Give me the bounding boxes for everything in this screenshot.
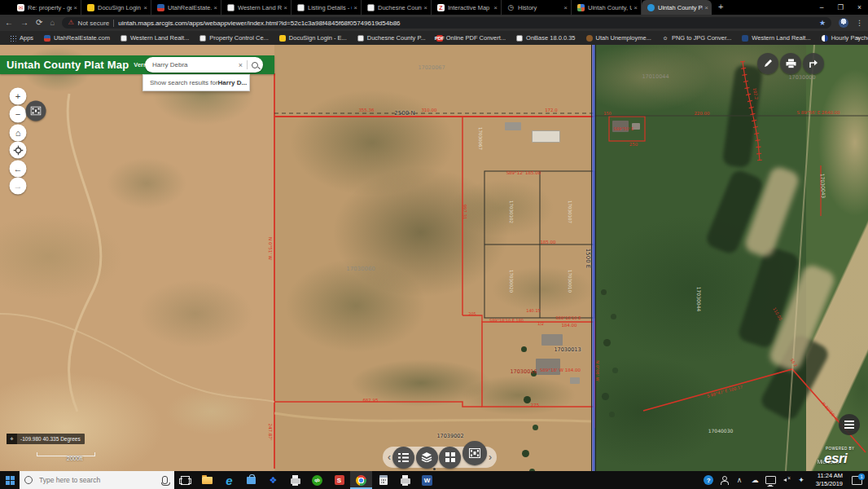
browser-tab[interactable]: ✉Re: property - gera...× <box>11 0 81 15</box>
map-label: 1/2 <box>537 321 544 326</box>
zoom-out-button[interactable]: − <box>10 106 27 123</box>
bookmark-item[interactable]: DocuSign Login - E... <box>279 34 347 42</box>
new-tab-button[interactable]: + <box>718 2 723 15</box>
basemap-toggle-button[interactable] <box>26 101 46 121</box>
search-input[interactable] <box>152 61 239 68</box>
taskbar-clock[interactable]: 11:24 AM 3/15/2019 <box>811 472 848 488</box>
forward-icon[interactable]: → <box>20 19 28 27</box>
microsoft-store-taskbar-icon[interactable] <box>240 471 262 489</box>
help-tray-icon[interactable]: ? <box>701 471 717 489</box>
building <box>532 130 560 143</box>
bookmark-item[interactable]: Western Land Realt... <box>742 34 810 42</box>
word-taskbar-icon[interactable]: W <box>416 471 438 489</box>
people-tray-icon[interactable] <box>717 471 732 489</box>
bookmark-item[interactable]: Western Land Realt... <box>121 34 189 42</box>
back-icon[interactable]: ← <box>5 19 13 27</box>
bookmark-item[interactable]: Apps <box>10 34 33 42</box>
fax-printer-taskbar-icon[interactable] <box>394 471 416 489</box>
tab-close-icon[interactable]: × <box>73 4 77 11</box>
carousel-right-icon[interactable]: › <box>489 452 492 462</box>
hidden-icons-chevron-tray-icon[interactable]: ∧ <box>732 471 747 489</box>
browser-tab[interactable]: ◷History× <box>502 0 572 15</box>
tab-close-icon[interactable]: × <box>353 4 357 11</box>
attribute-table-button[interactable] <box>839 414 860 435</box>
browser-tab[interactable]: Listing Details - 66...× <box>292 0 362 15</box>
browser-tab[interactable]: ZInteractive Map× <box>432 0 502 15</box>
directions-button[interactable] <box>803 53 824 74</box>
taskbar-search-input[interactable] <box>37 475 157 485</box>
tab-close-icon[interactable]: × <box>563 4 568 11</box>
file-explorer-taskbar-icon[interactable] <box>196 471 218 489</box>
coordinate-crosshair-icon[interactable]: ⌖ <box>7 434 17 444</box>
tab-close-icon[interactable]: × <box>423 4 427 11</box>
browser-menu-icon[interactable]: ⋮ <box>856 19 863 27</box>
search-icon[interactable] <box>252 62 258 68</box>
action-center-button[interactable]: 1 <box>849 471 865 489</box>
home-extent-button[interactable]: ⌂ <box>10 125 27 142</box>
tab-close-icon[interactable]: × <box>143 4 147 11</box>
draw-button[interactable] <box>757 53 778 74</box>
tab-title: History <box>518 4 562 11</box>
home-icon[interactable]: ⌂ <box>50 19 55 27</box>
legend-button[interactable] <box>392 447 414 469</box>
dropbox-taskbar-icon[interactable]: ❖ <box>262 471 284 489</box>
chrome-taskbar-icon[interactable] <box>350 471 372 489</box>
window-close-button[interactable]: × <box>857 3 861 11</box>
url-text[interactable]: uintah.maps.arcgis.com/apps/webappviewer… <box>118 20 815 27</box>
taskbar-search[interactable] <box>20 471 174 489</box>
microphone-icon[interactable] <box>162 476 168 484</box>
browser-tab[interactable]: DocuSign Login - E...× <box>81 0 151 15</box>
dropbox-tray-tray-icon[interactable]: ✦ <box>794 471 809 489</box>
tab-close-icon[interactable]: × <box>633 4 638 11</box>
bookmark-item[interactable]: UtahRealEstate.com <box>44 34 110 42</box>
previous-extent-button[interactable]: ← <box>10 161 27 178</box>
map-search-box[interactable]: × <box>145 57 263 73</box>
maximize-button[interactable]: ❐ <box>837 3 844 11</box>
browser-tab[interactable]: Uintah County, UT ...× <box>572 0 642 15</box>
printer-app-taskbar-icon[interactable] <box>284 471 306 489</box>
basemap-gallery-button[interactable] <box>439 447 461 469</box>
tab-close-icon[interactable]: × <box>493 4 498 11</box>
layer-list-button[interactable] <box>416 447 438 469</box>
calculator-taskbar-icon[interactable] <box>372 471 394 489</box>
my-location-button[interactable] <box>10 142 27 159</box>
browser-tab[interactable]: Duchesne County P...× <box>362 0 432 15</box>
tab-close-icon[interactable]: × <box>213 4 217 11</box>
network-tray-icon[interactable] <box>763 471 778 489</box>
bookmark-item[interactable]: ✿PNG to JPG Conver... <box>662 34 731 42</box>
bookmark-item[interactable]: Utah Unemployme... <box>586 34 651 42</box>
reload-icon[interactable]: ⟳ <box>36 19 42 27</box>
basemap-film-button[interactable] <box>462 441 487 465</box>
next-extent-button[interactable]: → <box>10 178 27 195</box>
print-button[interactable] <box>780 53 801 74</box>
bookmark-item[interactable]: Duchesne County P... <box>357 34 426 42</box>
search-suggestion[interactable]: Show search results for Harry D... <box>142 74 250 91</box>
zoom-in-button[interactable]: + <box>10 88 27 105</box>
quickbooks-taskbar-icon[interactable]: qb <box>306 471 328 489</box>
browser-tab[interactable]: Uintah County Plat...× <box>642 0 712 15</box>
not-secure-warning-icon[interactable]: ⚠ <box>68 20 73 26</box>
tab-close-icon[interactable]: × <box>704 4 708 11</box>
minimize-button[interactable]: – <box>820 3 824 11</box>
address-bar[interactable]: ⚠ Not secure uintah.maps.arcgis.com/apps… <box>62 17 831 29</box>
bookmarks-overflow-icon[interactable]: » <box>856 34 860 42</box>
search-clear-icon[interactable]: × <box>239 61 243 69</box>
carousel-left-icon[interactable]: ‹ <box>388 452 391 462</box>
onedrive-tray-icon[interactable]: ☁ <box>747 471 763 489</box>
profile-avatar[interactable] <box>839 18 848 28</box>
map-label: 17030067 <box>478 127 483 150</box>
volume-muted-tray-icon[interactable] <box>778 471 794 489</box>
bookmark-item[interactable]: OnBase 18.0.0.35 <box>516 34 575 42</box>
not-secure-label[interactable]: Not secure <box>78 20 110 27</box>
bookmark-item[interactable]: PDFOnline PDF Convert... <box>436 34 506 42</box>
edge-taskbar-icon[interactable]: e <box>218 471 240 489</box>
tab-close-icon[interactable]: × <box>283 4 287 11</box>
browser-tab[interactable]: UtahRealEstate.com× <box>151 0 221 15</box>
bookmark-item[interactable]: Property Control Ce... <box>199 34 269 42</box>
smartsheet-taskbar-icon[interactable]: S <box>328 471 350 489</box>
task-view-taskbar-icon[interactable] <box>174 471 196 489</box>
map-viewport[interactable]: 1702006717010044170300002500 N355.36310.… <box>0 45 868 471</box>
browser-tab[interactable]: Western Land Realt...× <box>221 0 292 15</box>
bookmark-star-icon[interactable]: ★ <box>819 19 826 27</box>
bookmark-item[interactable]: Hourly Paycheck Ca... <box>822 34 868 42</box>
